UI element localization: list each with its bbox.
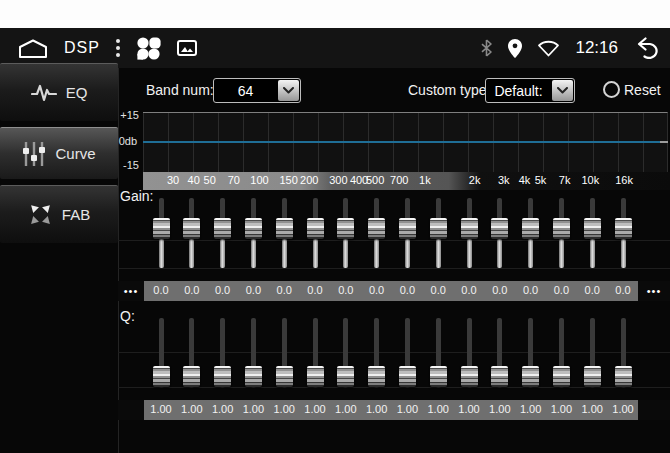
gain-slider[interactable] — [214, 198, 231, 268]
gain-slider[interactable] — [430, 198, 447, 268]
sidebar-item-fab[interactable]: FAB — [0, 185, 118, 243]
gain-slider-thumb[interactable] — [337, 218, 354, 239]
gain-slider-thumb[interactable] — [430, 218, 447, 239]
q-slider-thumb[interactable] — [522, 366, 539, 387]
gain-slider-thumb[interactable] — [615, 218, 632, 239]
q-slider-thumb[interactable] — [276, 366, 293, 387]
sidebar-item-curve[interactable]: Curve — [0, 127, 118, 179]
band-num-dropdown[interactable]: 64 — [213, 78, 301, 103]
gallery-icon[interactable] — [177, 40, 197, 56]
q-slider-thumb[interactable] — [553, 366, 570, 387]
q-slider-thumb[interactable] — [584, 366, 601, 387]
gain-slider[interactable] — [368, 198, 385, 268]
freq-label: 70 — [228, 174, 240, 186]
q-slider[interactable] — [430, 318, 447, 388]
q-slider-thumb[interactable] — [615, 366, 632, 387]
q-slider[interactable] — [522, 318, 539, 388]
gain-value: 0.0 — [338, 284, 353, 296]
gain-slider-thumb[interactable] — [153, 218, 170, 239]
q-slider[interactable] — [183, 318, 200, 388]
gain-value: 0.0 — [585, 284, 600, 296]
q-slider-thumb[interactable] — [337, 366, 354, 387]
q-slider[interactable] — [615, 318, 632, 388]
q-slider[interactable] — [245, 318, 262, 388]
freq-label: 200 — [300, 174, 318, 186]
slider-track-filled — [590, 239, 595, 268]
gain-slider-thumb[interactable] — [368, 218, 385, 239]
q-slider-thumb[interactable] — [307, 366, 324, 387]
gain-slider-thumb[interactable] — [491, 218, 508, 239]
gain-slider[interactable] — [461, 198, 478, 268]
gain-slider[interactable] — [491, 198, 508, 268]
gain-value: 0.0 — [400, 284, 415, 296]
gain-slider-thumb[interactable] — [214, 218, 231, 239]
q-slider[interactable] — [337, 318, 354, 388]
freq-label: 30 — [167, 174, 179, 186]
gain-slider[interactable] — [337, 198, 354, 268]
q-slider[interactable] — [307, 318, 324, 388]
q-slider-thumb[interactable] — [245, 366, 262, 387]
gain-slider-thumb[interactable] — [553, 218, 570, 239]
gain-slider[interactable] — [584, 198, 601, 268]
slider-track-filled — [621, 239, 626, 268]
gain-slider[interactable] — [522, 198, 539, 268]
gain-slider-thumb[interactable] — [183, 218, 200, 239]
gain-slider[interactable] — [615, 198, 632, 268]
q-slider-thumb[interactable] — [368, 366, 385, 387]
apps-clover-icon[interactable] — [136, 36, 161, 61]
q-value: 1.00 — [612, 403, 633, 415]
q-slider-thumb[interactable] — [430, 366, 447, 387]
gain-value: 0.0 — [523, 284, 538, 296]
q-slider[interactable] — [276, 318, 293, 388]
gain-slider[interactable] — [245, 198, 262, 268]
q-slider[interactable] — [491, 318, 508, 388]
q-slider[interactable] — [153, 318, 170, 388]
sidebar-item-eq[interactable]: EQ — [0, 63, 118, 121]
gain-slider-thumb[interactable] — [276, 218, 293, 239]
gain-slider[interactable] — [399, 198, 416, 268]
custom-type-dropdown[interactable]: Default: — [485, 78, 575, 103]
gain-slider-thumb[interactable] — [522, 218, 539, 239]
gain-slider[interactable] — [153, 198, 170, 268]
home-icon[interactable] — [18, 38, 48, 59]
q-slider[interactable] — [461, 318, 478, 388]
q-slider-thumb[interactable] — [214, 366, 231, 387]
freq-label: 500 — [366, 174, 384, 186]
back-icon[interactable] — [633, 37, 660, 59]
freq-label: 50 — [204, 174, 216, 186]
gain-value: 0.0 — [554, 284, 569, 296]
gain-slider-thumb[interactable] — [307, 218, 324, 239]
frequency-axis-strip: 304050701001502003004005007001k2k3k4k5k7… — [143, 172, 670, 190]
custom-type-value: Default: — [486, 83, 551, 99]
gain-slider-thumb[interactable] — [245, 218, 262, 239]
q-slider[interactable] — [553, 318, 570, 388]
q-slider-thumb[interactable] — [183, 366, 200, 387]
reset-label: Reset — [624, 78, 661, 103]
q-value: 1.00 — [212, 403, 233, 415]
top-white-strip — [0, 0, 670, 28]
gain-slider-row — [118, 198, 670, 268]
q-slider[interactable] — [368, 318, 385, 388]
slider-track-filled — [467, 239, 472, 268]
gain-slider[interactable] — [553, 198, 570, 268]
gain-slider[interactable] — [276, 198, 293, 268]
q-slider-thumb[interactable] — [399, 366, 416, 387]
three-dot-menu-icon[interactable] — [116, 39, 120, 57]
q-slider-thumb[interactable] — [153, 366, 170, 387]
q-value: 1.00 — [427, 403, 448, 415]
q-value: 1.00 — [397, 403, 418, 415]
q-slider[interactable] — [214, 318, 231, 388]
q-slider[interactable] — [399, 318, 416, 388]
gain-slider-thumb[interactable] — [584, 218, 601, 239]
q-slider-thumb[interactable] — [491, 366, 508, 387]
q-slider-thumb[interactable] — [461, 366, 478, 387]
q-value: 1.00 — [581, 403, 602, 415]
gain-slider-thumb[interactable] — [461, 218, 478, 239]
slider-track-filled — [559, 239, 564, 268]
gain-slider-thumb[interactable] — [399, 218, 416, 239]
gain-slider[interactable] — [307, 198, 324, 268]
gain-slider[interactable] — [183, 198, 200, 268]
freq-label: 3k — [498, 174, 510, 186]
reset-radio[interactable] — [603, 81, 620, 98]
q-slider[interactable] — [584, 318, 601, 388]
